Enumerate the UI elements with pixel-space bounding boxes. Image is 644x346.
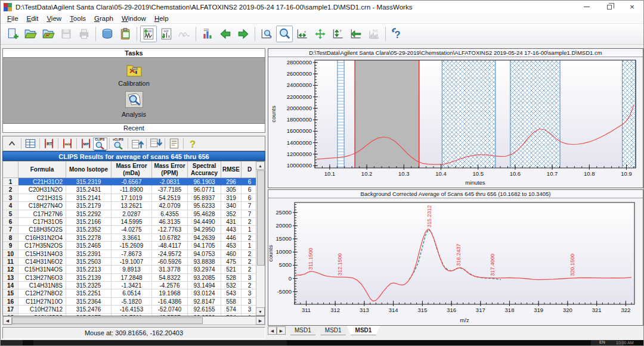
spectral-accuracy-cell[interactable]: 93.0124: [188, 289, 221, 297]
rmse-cell[interactable]: 352: [221, 210, 242, 218]
rmse-cell[interactable]: 460: [221, 250, 242, 258]
mass-error-mda-cell[interactable]: -4.0275: [112, 226, 152, 233]
rmse-cell[interactable]: 532: [221, 282, 242, 289]
row-number[interactable]: 14: [3, 282, 18, 289]
table-row[interactable]: 11C14H31N6O2315.2503-19.1007-60.592693.8…: [3, 258, 256, 266]
expand-x-button[interactable]: x: [294, 26, 311, 42]
mass-error-ppm-cell[interactable]: 54.8322: [152, 274, 188, 282]
mono-isotope-cell[interactable]: 315.2431: [66, 186, 112, 194]
new-file-button[interactable]: [4, 26, 21, 42]
mass-error-mda-cell[interactable]: 3.3661: [112, 234, 152, 242]
formula-cell[interactable]: C11H27N10O: [18, 298, 66, 306]
row-number[interactable]: 4: [3, 202, 18, 210]
mono-isotope-cell[interactable]: 315.2213: [66, 266, 112, 273]
formula-cell[interactable]: C18H35O2S: [18, 226, 66, 233]
row-number[interactable]: 6: [3, 218, 18, 226]
formula-cell[interactable]: C16H31N2O4: [18, 234, 66, 242]
copy-clipboard-button[interactable]: [117, 26, 134, 42]
formula-cell[interactable]: C17H27N6: [18, 210, 66, 218]
minimize-button[interactable]: [575, 1, 598, 13]
column-header[interactable]: Mass Error(PPM): [152, 161, 188, 178]
chromatogram-chart[interactable]: 1000000012000000140000001600000018000000…: [268, 57, 643, 189]
mass-error-mda-cell[interactable]: -7.8673: [112, 250, 152, 258]
mp-range-button[interactable]: MP: [79, 138, 93, 150]
column-header[interactable]: Formula: [18, 161, 66, 178]
menu-help[interactable]: Help: [150, 14, 173, 23]
column-header[interactable]: RMSE: [221, 161, 242, 178]
table-row[interactable]: 2C20H31N2O315.2431-11.8900-37.718596.077…: [3, 186, 256, 194]
column-header[interactable]: [3, 161, 18, 178]
spectral-accuracy-cell[interactable]: 94.1705: [188, 242, 221, 250]
rt-range-button[interactable]: RT: [42, 138, 56, 150]
spectral-accuracy-cell[interactable]: 93.2974: [188, 266, 221, 273]
mass-error-ppm-cell[interactable]: 19.1968: [152, 289, 188, 297]
mono-isotope-cell[interactable]: 315.2292: [66, 210, 112, 218]
table-row[interactable]: 17C10H27N12315.2476-16.4153-52.074092.61…: [3, 306, 256, 313]
table-row[interactable]: 4C18H27N4O315.217913.262142.070995.62333…: [3, 202, 256, 210]
row-number[interactable]: 5: [3, 210, 18, 218]
mass-error-ppm-cell[interactable]: 42.0709: [152, 202, 188, 210]
chromatogram-view-button[interactable]: min: [140, 26, 157, 42]
menu-tools[interactable]: Tools: [66, 14, 90, 23]
mono-isotope-cell[interactable]: 315.2352: [66, 226, 112, 233]
row-number[interactable]: 2: [3, 186, 18, 194]
table-row[interactable]: 16C11H27N10O315.2364-5.1820-16.438692.81…: [3, 298, 256, 306]
mass-error-mda-cell[interactable]: 2.0287: [112, 210, 152, 218]
horizontal-scroll-thumb[interactable]: [12, 317, 203, 324]
mono-isotope-cell[interactable]: 315.2476: [66, 306, 112, 313]
rmse-cell[interactable]: 521: [221, 266, 242, 273]
scroll-down-icon[interactable]: ▼: [256, 307, 265, 316]
formula-cell[interactable]: C20H31N2O: [18, 186, 66, 194]
start-button[interactable]: [1, 340, 23, 345]
mono-isotope-cell[interactable]: 315.2139: [66, 274, 112, 282]
formula-cell[interactable]: C12H27N8O2: [18, 289, 66, 297]
previous-scan-button[interactable]: [217, 26, 234, 42]
mono-isotope-cell[interactable]: 315.2278: [66, 234, 112, 242]
menu-file[interactable]: File: [3, 14, 23, 23]
mass-error-ppm-cell[interactable]: -12.7763: [152, 226, 188, 233]
horizontal-scrollbar[interactable]: ◀ ▶: [2, 316, 265, 325]
zoom-in-button[interactable]: [276, 26, 293, 42]
mass-error-mda-cell[interactable]: -0.6567: [112, 178, 152, 186]
mass-error-ppm-cell[interactable]: -60.5926: [152, 258, 188, 266]
mono-isotope-cell[interactable]: 315.2166: [66, 218, 112, 226]
recent-section-header[interactable]: Recent: [3, 123, 265, 132]
row-number[interactable]: 10: [3, 250, 18, 258]
tab-scroll-right-icon[interactable]: ▶: [277, 326, 286, 335]
mass-error-ppm-cell[interactable]: -16.4386: [152, 298, 188, 306]
taskbar-clock[interactable]: 10:00 AM: [616, 341, 634, 345]
export-results-button[interactable]: [148, 138, 163, 150]
rmse-cell[interactable]: 431: [221, 218, 242, 226]
open-file-button[interactable]: [22, 26, 39, 42]
tab-msd1-1[interactable]: MSD1: [286, 326, 320, 335]
formula-cell[interactable]: C17H31O5: [18, 218, 66, 226]
scroll-left-icon[interactable]: ◀: [3, 316, 12, 325]
next-scan-button[interactable]: [235, 26, 252, 42]
mass-error-ppm-cell[interactable]: -48.4117: [152, 242, 188, 250]
mass-error-ppm-cell[interactable]: -2.0831: [152, 178, 188, 186]
mass-error-mda-cell[interactable]: -19.1007: [112, 258, 152, 266]
spectral-accuracy-cell[interactable]: 93.1494: [188, 282, 221, 289]
formula-cell[interactable]: C17H35N2OS: [18, 242, 66, 250]
row-number[interactable]: 11: [3, 258, 18, 266]
table-row[interactable]: 8C16H31N2O4315.22783.366110.678294.26394…: [3, 234, 256, 242]
restore-button[interactable]: [598, 1, 621, 13]
mono-isotope-cell[interactable]: 315.2364: [66, 298, 112, 306]
mass-error-mda-cell[interactable]: -1.3421: [112, 282, 152, 289]
menu-view[interactable]: View: [42, 14, 66, 23]
rmse-cell[interactable]: 305: [221, 186, 242, 194]
formula-cell[interactable]: C14H31N6O2: [18, 258, 66, 266]
formula-cell[interactable]: C13H27N6O3: [18, 274, 66, 282]
table-row[interactable]: 15C12H27N8O2315.22516.051419.196893.0124…: [3, 289, 256, 297]
formula-cell[interactable]: C18H27N4O: [18, 202, 66, 210]
spectral-accuracy-cell[interactable]: 92.8147: [188, 298, 221, 306]
expand-y-button[interactable]: Y: [330, 26, 346, 42]
mass-error-ppm-cell[interactable]: 10.6782: [152, 234, 188, 242]
clips-search-button[interactable]: CLIPS: [93, 138, 107, 150]
tab-scroll-left-icon[interactable]: ◀: [268, 326, 277, 335]
zoom-mode-button[interactable]: [258, 26, 275, 42]
menu-window[interactable]: Window: [117, 14, 150, 23]
mono-isotope-cell[interactable]: 315.2319: [66, 178, 112, 186]
row-number[interactable]: 13: [3, 274, 18, 282]
rmse-cell[interactable]: 446: [221, 234, 242, 242]
